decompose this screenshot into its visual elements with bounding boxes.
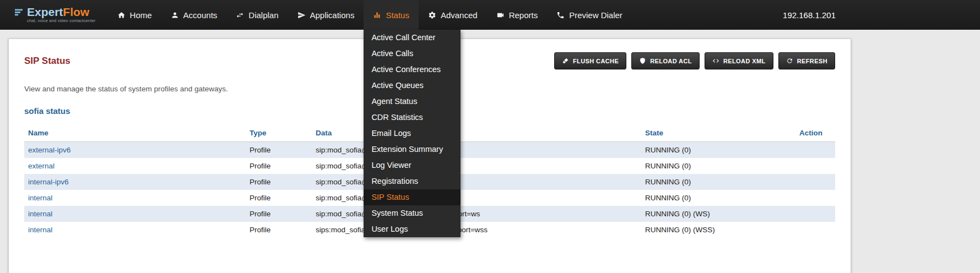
menu-item-registrations[interactable]: Registrations [364, 173, 461, 189]
logo[interactable]: ExpertFlow chat, voice and video contact… [14, 0, 96, 30]
menu-item-log-viewer[interactable]: Log Viewer [364, 157, 461, 173]
navbar: ExpertFlow chat, voice and video contact… [0, 0, 980, 30]
action-cell [795, 206, 835, 222]
button-label: RELOAD XML [723, 58, 766, 64]
home-icon [117, 11, 126, 19]
nav-items: Home Accounts Dialplan Applications Stat… [108, 0, 632, 30]
nav-item-label: Status [386, 10, 409, 20]
column-header-name: Name [24, 124, 246, 142]
nav-item-label: Applications [310, 10, 355, 20]
nav-item-advanced[interactable]: Advanced [419, 0, 487, 30]
state-cell: RUNNING (0) [641, 142, 795, 159]
column-header-action: Action [795, 124, 835, 142]
menu-item-system-status[interactable]: System Status [364, 205, 461, 221]
state-cell: RUNNING (0) (WSS) [641, 222, 795, 238]
type-cell: Profile [246, 174, 312, 190]
data-cell: sip:mod_sofia@[::1]:5080 [312, 142, 641, 159]
menu-item-agent-status[interactable]: Agent Status [364, 94, 461, 110]
state-cell: RUNNING (0) [641, 158, 795, 174]
type-cell: Profile [246, 190, 312, 206]
nav-item-status[interactable]: Status Active Call Center Active Calls A… [364, 0, 419, 30]
menu-item-active-queues[interactable]: Active Queues [364, 78, 461, 94]
type-cell: Profile [246, 142, 312, 159]
paper-plane-icon [297, 11, 306, 19]
column-header-data: Data [312, 124, 641, 142]
profile-link[interactable]: internal [28, 226, 52, 234]
state-cell: RUNNING (0) [641, 174, 795, 190]
profile-link[interactable]: internal [28, 210, 52, 218]
type-cell: Profile [246, 222, 312, 238]
nav-item-dialplan[interactable]: Dialplan [226, 0, 288, 30]
phone-icon [556, 11, 565, 19]
button-label: REFRESH [797, 58, 827, 64]
type-cell: Profile [246, 158, 312, 174]
profile-link[interactable]: internal-ipv6 [28, 178, 69, 186]
nav-item-reports[interactable]: Reports [487, 0, 548, 30]
nav-item-preview-dialer[interactable]: Preview Dialer [547, 0, 632, 30]
menu-item-active-calls[interactable]: Active Calls [364, 46, 461, 62]
gear-icon [428, 11, 436, 19]
bar-chart-icon [373, 11, 381, 19]
refresh-icon [786, 57, 793, 64]
nav-item-label: Advanced [441, 10, 478, 20]
nav-item-label: Preview Dialer [569, 10, 622, 20]
action-cell [795, 174, 835, 190]
person-icon [171, 11, 179, 19]
flush-cache-button[interactable]: FLUSH CACHE [554, 52, 626, 69]
nav-item-label: Dialplan [248, 10, 278, 20]
logo-tagline: chat, voice and video contactcenter [27, 18, 96, 23]
code-icon [712, 57, 719, 64]
button-label: FLUSH CACHE [573, 58, 619, 64]
nav-item-label: Accounts [183, 10, 218, 20]
profile-link[interactable]: internal [28, 194, 52, 202]
refresh-button[interactable]: REFRESH [778, 52, 835, 69]
menu-item-extension-summary[interactable]: Extension Summary [364, 141, 461, 157]
menu-item-active-conferences[interactable]: Active Conferences [364, 62, 461, 78]
logo-text: ExpertFlow [27, 7, 89, 18]
logo-icon [14, 7, 24, 17]
action-cell [795, 142, 835, 159]
server-ip: 192.168.1.201 [783, 10, 836, 20]
data-cell: sip:mod_sofia@192.168.1.201:5080 [312, 158, 641, 174]
eraser-icon [562, 57, 569, 64]
swap-arrows-icon [236, 11, 244, 19]
page-title: SIP Status [24, 56, 71, 67]
type-cell: Profile [246, 206, 312, 222]
menu-item-user-logs[interactable]: User Logs [364, 221, 461, 237]
nav-item-accounts[interactable]: Accounts [161, 0, 227, 30]
data-cell: sip:mod_sofia@192.168.1.201:5060 [312, 190, 641, 206]
nav-item-home[interactable]: Home [108, 0, 161, 30]
video-icon [496, 11, 505, 19]
action-cell [795, 158, 835, 174]
data-cell: sip:mod_sofia@192.168.1.201:5072;transpo… [312, 206, 641, 222]
profile-link[interactable]: external-ipv6 [28, 146, 71, 154]
reload-acl-button[interactable]: RELOAD ACL [631, 52, 700, 69]
toolbar: FLUSH CACHE RELOAD ACL RELOAD XML REFRES… [554, 52, 835, 69]
menu-item-email-logs[interactable]: Email Logs [364, 125, 461, 141]
menu-item-cdr-statistics[interactable]: CDR Statistics [364, 110, 461, 125]
data-cell: sip:mod_sofia@[::1]:5060 [312, 174, 641, 190]
menu-item-active-call-center[interactable]: Active Call Center [364, 30, 461, 46]
action-cell [795, 222, 835, 238]
reload-xml-button[interactable]: RELOAD XML [705, 52, 773, 69]
state-cell: RUNNING (0) [641, 190, 795, 206]
nav-item-label: Home [130, 10, 152, 20]
button-label: RELOAD ACL [650, 58, 692, 64]
nav-item-applications[interactable]: Applications [288, 0, 364, 30]
status-dropdown-menu: Active Call Center Active Calls Active C… [364, 30, 461, 237]
data-cell: sips:mod_sofia@192.168.1.201:7443;transp… [312, 222, 641, 238]
nav-item-label: Reports [509, 10, 538, 20]
profile-link[interactable]: external [28, 162, 55, 170]
action-cell [795, 190, 835, 206]
column-header-state: State [641, 124, 795, 142]
state-cell: RUNNING (0) (WS) [641, 206, 795, 222]
shield-icon [639, 57, 646, 64]
column-header-type: Type [246, 124, 312, 142]
menu-item-sip-status[interactable]: SIP Status [364, 189, 461, 205]
